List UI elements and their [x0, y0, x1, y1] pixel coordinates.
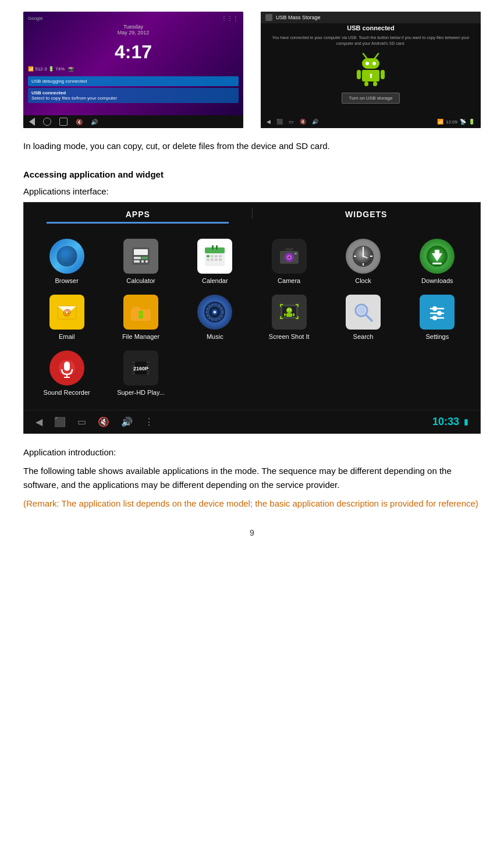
right-time: 12:09 — [446, 119, 457, 125]
app-item-clock[interactable]: Clock — [326, 233, 400, 289]
app-item-downloads[interactable]: Downloads — [400, 233, 474, 289]
clock-svg — [352, 245, 374, 267]
svg-rect-17 — [134, 249, 148, 255]
nav-back-icon[interactable]: ◀ — [36, 416, 42, 427]
svg-rect-54 — [432, 263, 442, 264]
right-nav-icons: ◀ ⬛ ▭ 🔇 🔊 — [267, 119, 318, 125]
nav-menu-icon[interactable]: ⋮ — [144, 416, 154, 427]
svg-rect-100 — [147, 373, 150, 374]
back-icon — [29, 118, 35, 126]
screen-header: Google ⋮⋮⋮ — [28, 15, 239, 22]
email-svg: @ — [56, 301, 78, 323]
app-icon-browser — [49, 239, 84, 274]
svg-text:⬆: ⬆ — [368, 73, 373, 79]
nav-recents-icon[interactable]: ▭ — [77, 416, 86, 427]
notification-2: USB connected Select to copy files to/fr… — [28, 88, 239, 103]
menu-dots: ⋮⋮⋮ — [221, 15, 239, 22]
app-label-superhd: Super-HD Play... — [117, 389, 165, 396]
calculator-svg — [130, 245, 152, 267]
svg-text:@: @ — [63, 307, 71, 317]
usb-icon — [265, 14, 272, 21]
bottom-right-info: 10:33 ▮ — [432, 416, 468, 428]
app-item-calendar[interactable]: Calendar — [178, 233, 252, 289]
app-item-screenshot[interactable]: Screen Shot It — [252, 289, 326, 345]
svg-point-75 — [357, 306, 365, 314]
app-icon-email: @ — [49, 295, 84, 330]
app-icon-calendar — [197, 239, 232, 274]
app-icon-camera — [272, 239, 307, 274]
app-label-calculator: Calculator — [126, 277, 155, 284]
app-item-search[interactable]: Search — [326, 289, 400, 345]
app-label-downloads: Downloads — [421, 277, 453, 284]
apps-bottom-bar: ◀ ⬛ ▭ 🔇 🔊 ⋮ 10:33 ▮ — [24, 410, 480, 433]
app-icon-settings — [420, 295, 455, 330]
robot-svg: ⬆ — [356, 51, 385, 86]
app-item-superhd[interactable]: 2160P Super-HD Play... — [104, 345, 178, 401]
bottom-time: 10:33 — [432, 416, 459, 428]
svg-point-83 — [432, 316, 437, 320]
tab-widgets[interactable]: WIDGETS — [253, 203, 481, 224]
svg-point-79 — [432, 306, 437, 311]
calendar-svg — [204, 245, 226, 267]
section-heading: Accessing application and widget — [23, 169, 481, 179]
home-icon — [43, 118, 51, 126]
svg-rect-2 — [362, 58, 379, 69]
app-icon-soundrecorder — [49, 351, 84, 385]
app-icon-search — [346, 295, 381, 330]
svg-rect-30 — [215, 255, 218, 257]
right-status-info: 📶 12:09 📡 🔋 — [437, 119, 475, 125]
screen-left-navbar: 🔇 🔊 — [23, 115, 243, 128]
notification-1: USB debugging connected — [28, 76, 239, 86]
speaker-icon: 🔊 — [91, 119, 98, 125]
app-item-browser[interactable]: Browser — [30, 233, 104, 289]
app-label-clock: Clock — [355, 277, 371, 284]
screen-left-display: Google ⋮⋮⋮ Tuesday May 29, 2012 4:17 📶 5… — [23, 12, 243, 128]
superhd-svg: 2160P — [130, 357, 152, 379]
svg-rect-8 — [364, 82, 368, 86]
downloads-svg — [426, 245, 448, 267]
battery-icon-right: 🔋 — [468, 119, 475, 125]
apps-tabs: APPS WIDGETS — [24, 203, 480, 224]
svg-rect-23 — [145, 260, 148, 263]
app-label-music: Music — [207, 333, 223, 340]
page-number: 9 — [23, 528, 481, 537]
app-item-camera[interactable]: Camera — [252, 233, 326, 289]
svg-line-0 — [363, 54, 367, 58]
tab-apps[interactable]: APPS — [24, 203, 252, 224]
app-item-music[interactable]: Music — [178, 289, 252, 345]
svg-point-68 — [286, 307, 292, 313]
svg-point-64 — [214, 311, 216, 313]
nav-vol-up-icon[interactable]: 🔊 — [121, 416, 133, 427]
usb-storage-button[interactable]: Turn on USB storage — [342, 93, 400, 104]
back-icon-right: ◀ — [267, 119, 271, 125]
usb-connected-desc: You have connected to your computer via … — [267, 35, 475, 47]
app-icon-music — [197, 295, 232, 330]
nav-vol-down-icon[interactable]: 🔇 — [98, 416, 109, 427]
app-icon-calculator — [123, 239, 158, 274]
svg-rect-72 — [284, 313, 286, 316]
app-intro-label: Application introduction: — [23, 445, 481, 459]
notification-2-sub: Select to copy files to/from your comput… — [31, 95, 235, 101]
app-item-settings[interactable]: Settings — [400, 289, 474, 345]
app-icon-superhd: 2160P — [123, 351, 158, 385]
volume-icon: 🔇 — [76, 119, 83, 125]
svg-rect-60 — [139, 315, 143, 319]
svg-line-76 — [366, 315, 372, 321]
app-remark: (Remark: The application list depends on… — [23, 497, 481, 511]
app-item-filemanager[interactable]: File Manager — [104, 289, 178, 345]
app-label-settings: Settings — [425, 333, 449, 340]
app-item-email[interactable]: @ Email — [30, 289, 104, 345]
app-icon-clock — [346, 239, 381, 274]
nav-home-icon[interactable]: ⬛ — [54, 416, 66, 427]
svg-rect-31 — [219, 255, 222, 257]
app-label-filemanager: File Manager — [122, 333, 159, 340]
screenshot-right: USB Mass Storage USB connected You have … — [261, 12, 481, 128]
app-label-calendar: Calendar — [202, 277, 228, 284]
android-robot: ⬆ — [356, 51, 385, 88]
app-label-camera: Camera — [278, 277, 300, 284]
app-item-soundrecorder[interactable]: Sound Recorder — [30, 345, 104, 401]
google-label: Google — [28, 16, 43, 21]
svg-rect-73 — [293, 313, 294, 316]
signal-icon: 📶 — [437, 119, 443, 125]
app-item-calculator[interactable]: Calculator — [104, 233, 178, 289]
